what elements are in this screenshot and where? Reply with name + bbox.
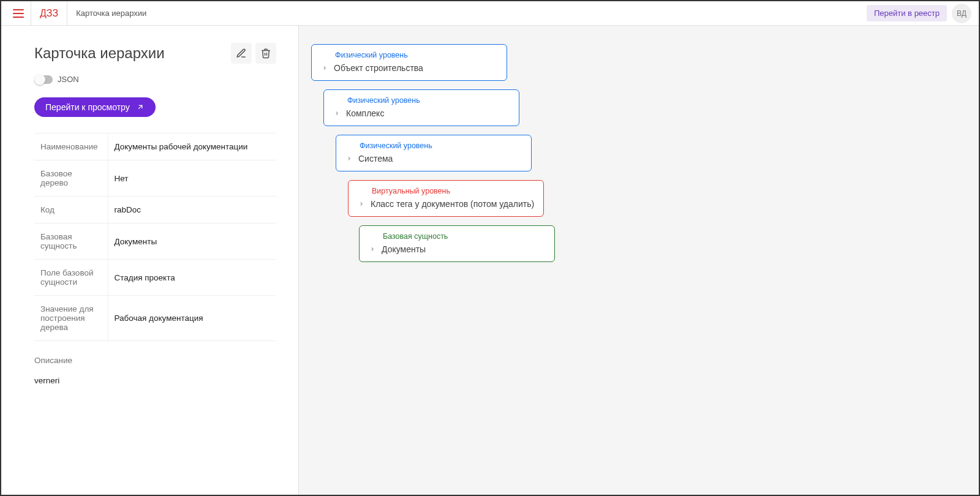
hierarchy-node[interactable]: Физический уровеньКомплекс <box>323 89 519 126</box>
node-type-label: Физический уровень <box>347 96 510 105</box>
description-label: Описание <box>34 356 276 365</box>
node-title-row: Комплекс <box>333 108 510 118</box>
node-title-row: Система <box>345 154 522 163</box>
node-type-label: Виртуальный уровень <box>372 187 535 195</box>
property-value: Документы <box>108 224 276 260</box>
description-value: verneri <box>34 376 276 385</box>
property-row: Базовая сущностьДокументы <box>34 224 276 260</box>
avatar[interactable]: ВД <box>952 4 971 23</box>
edit-button[interactable] <box>231 43 252 64</box>
chevron-right-icon[interactable] <box>345 154 353 163</box>
pencil-icon <box>236 48 247 59</box>
node-title: Класс тега у документов (потом удалить) <box>371 199 534 209</box>
node-title: Комплекс <box>346 108 384 118</box>
breadcrumb: Карточка иерархии <box>67 9 155 18</box>
svg-line-3 <box>138 105 142 109</box>
property-label: Базовое дерево <box>34 160 108 197</box>
page-title: Карточка иерархии <box>34 45 227 62</box>
properties-table: НаименованиеДокументы рабочей документац… <box>34 133 276 341</box>
property-label: Поле базовой сущности <box>34 260 108 296</box>
chevron-right-icon[interactable] <box>357 200 366 208</box>
node-title: Объект строительства <box>334 63 423 73</box>
property-row: НаименованиеДокументы рабочей документац… <box>34 133 276 160</box>
property-value: Документы рабочей документации <box>108 133 276 160</box>
node-title: Система <box>358 154 393 163</box>
json-toggle-label: JSON <box>58 75 79 84</box>
app-logo[interactable]: ДЗЗ <box>31 1 67 26</box>
property-label: Код <box>34 197 108 224</box>
property-value: Рабочая документация <box>108 296 276 341</box>
hierarchy-node[interactable]: Базовая сущностьДокументы <box>359 225 555 262</box>
menu-button[interactable] <box>6 1 31 26</box>
chevron-right-icon[interactable] <box>333 109 341 118</box>
node-type-label: Физический уровень <box>335 51 498 59</box>
property-row: Значение для построения дереваРабочая до… <box>34 296 276 341</box>
property-value: rabDoc <box>108 197 276 224</box>
property-label: Базовая сущность <box>34 224 108 260</box>
property-row: КодrabDoc <box>34 197 276 224</box>
property-label: Значение для построения дерева <box>34 296 108 341</box>
chevron-right-icon[interactable] <box>320 64 329 72</box>
trash-icon <box>260 48 271 59</box>
delete-button[interactable] <box>255 43 276 64</box>
hierarchy-node[interactable]: Физический уровеньСистема <box>336 135 532 171</box>
json-toggle[interactable] <box>34 75 53 84</box>
property-value: Стадия проекта <box>108 260 276 296</box>
go-to-view-label: Перейти к просмотру <box>45 102 130 112</box>
property-row: Поле базовой сущностиСтадия проекта <box>34 260 276 296</box>
node-title: Документы <box>382 244 426 254</box>
property-row: Базовое деревоНет <box>34 160 276 197</box>
hierarchy-node[interactable]: Виртуальный уровеньКласс тега у документ… <box>348 180 544 217</box>
node-title-row: Класс тега у документов (потом удалить) <box>357 199 535 209</box>
go-to-view-button[interactable]: Перейти к просмотру <box>34 97 156 117</box>
arrow-up-right-icon <box>136 103 145 111</box>
node-type-label: Физический уровень <box>360 141 522 150</box>
app-header: ДЗЗ Карточка иерархии Перейти в реестр В… <box>1 1 979 26</box>
node-title-row: Объект строительства <box>320 63 498 73</box>
left-panel: Карточка иерархии JSON Перейти к просмот… <box>1 26 299 495</box>
go-to-registry-button[interactable]: Перейти в реестр <box>867 5 947 21</box>
hierarchy-node[interactable]: Физический уровеньОбъект строительства <box>311 44 507 81</box>
property-value: Нет <box>108 160 276 197</box>
chevron-right-icon[interactable] <box>368 245 377 254</box>
node-type-label: Базовая сущность <box>383 232 546 241</box>
node-title-row: Документы <box>368 244 546 254</box>
hamburger-icon <box>13 9 24 18</box>
property-label: Наименование <box>34 133 108 160</box>
hierarchy-canvas[interactable]: Физический уровеньОбъект строительстваФи… <box>299 26 979 495</box>
